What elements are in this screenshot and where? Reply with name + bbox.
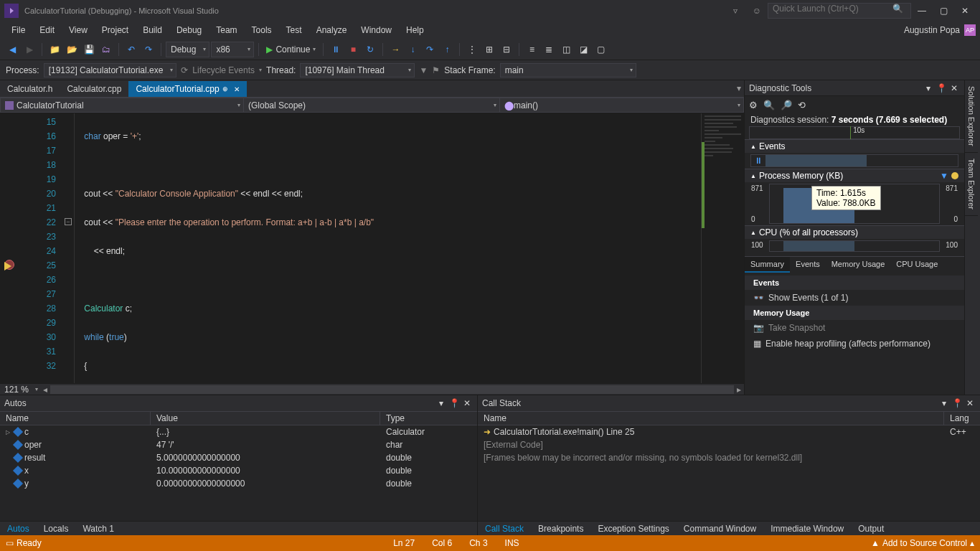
zoom-dropdown-icon[interactable]: ▾ — [33, 386, 40, 392]
step-out-button[interactable]: ↑ — [439, 42, 455, 57]
bottom-tab[interactable]: Exception Settings — [590, 522, 676, 537]
indent-btn[interactable]: ≡ — [524, 42, 540, 57]
uncomment-btn[interactable]: ◪ — [575, 42, 591, 57]
menu-view[interactable]: View — [62, 22, 95, 39]
horizontal-scrollbar[interactable] — [50, 385, 734, 394]
nav-fwd-button[interactable]: ▶ — [22, 42, 37, 57]
tab-overflow-icon[interactable]: ▾ — [737, 83, 741, 93]
autos-pin-icon[interactable]: 📍 — [448, 397, 460, 409]
redo-button[interactable]: ↷ — [141, 42, 156, 57]
diag-close-icon[interactable]: ✕ — [948, 83, 960, 94]
outdent-btn[interactable]: ≣ — [541, 42, 557, 57]
scroll-right-icon[interactable]: ▸ — [734, 385, 744, 395]
stop-button[interactable]: ■ — [345, 42, 361, 57]
diag-tab[interactable]: Summary — [745, 257, 790, 273]
autos-row[interactable]: result5.0000000000000000double — [0, 451, 477, 464]
autos-dropdown-icon[interactable]: ▾ — [435, 397, 447, 409]
callstack-pin-icon[interactable]: 📍 — [951, 397, 963, 409]
thread-dropdown[interactable]: [10976] Main Thread — [300, 63, 415, 77]
callstack-col-lang[interactable]: Lang — [944, 412, 980, 425]
misc-btn-3[interactable]: ⊟ — [499, 42, 514, 57]
close-button[interactable]: ✕ — [954, 0, 976, 22]
quick-launch[interactable]: 🔍 — [768, 3, 911, 19]
menu-project[interactable]: Project — [95, 22, 136, 39]
platform-dropdown[interactable]: x86 — [211, 42, 254, 57]
file-tab[interactable]: Calculator.h — [0, 81, 60, 97]
diag-tab[interactable]: Events — [790, 257, 826, 273]
user-account[interactable]: Augustin Popa AP — [904, 24, 976, 36]
menu-window[interactable]: Window — [354, 22, 399, 39]
save-all-button[interactable]: 🗂 — [98, 42, 114, 57]
diag-heap[interactable]: ▦Enable heap profiling (affects performa… — [745, 336, 964, 352]
diag-snapshot[interactable]: 📷Take Snapshot — [745, 320, 964, 336]
continue-button[interactable]: ▶Continue▾ — [263, 44, 319, 55]
zoom-level[interactable]: 121 % — [0, 385, 33, 395]
lifecycle-label[interactable]: Lifecycle Events — [192, 65, 255, 75]
menu-help[interactable]: Help — [399, 22, 431, 39]
misc-btn-1[interactable]: ⋮ — [464, 42, 480, 57]
maximize-button[interactable]: ▢ — [933, 0, 954, 22]
callstack-dropdown-icon[interactable]: ▾ — [938, 397, 950, 409]
diag-settings-icon[interactable]: ⚙ — [749, 100, 758, 110]
comment-btn[interactable]: ◫ — [558, 42, 574, 57]
open-button[interactable]: 📂 — [64, 42, 80, 57]
menu-tools[interactable]: Tools — [245, 22, 279, 39]
minimize-button[interactable]: — — [911, 0, 933, 22]
bottom-tab[interactable]: Command Window — [677, 522, 763, 537]
quick-launch-input[interactable] — [773, 4, 887, 14]
file-tab[interactable]: Calculator.cpp — [60, 81, 128, 97]
bottom-tab[interactable]: Watch 1 — [75, 522, 121, 537]
nav-scope-2[interactable]: (Global Scope) — [244, 98, 500, 113]
callstack-row[interactable]: [Frames below may be incorrect and/or mi… — [478, 451, 980, 464]
diag-timeline[interactable]: 10s — [749, 126, 960, 139]
diag-dropdown-icon[interactable]: ▾ — [923, 83, 934, 94]
notification-icon[interactable]: ▿ — [725, 0, 746, 22]
bottom-tab[interactable]: Breakpoints — [531, 522, 590, 537]
menu-file[interactable]: File — [4, 22, 32, 39]
bookmark-btn[interactable]: ▢ — [593, 42, 608, 57]
stackframe-dropdown[interactable]: main — [500, 63, 636, 77]
show-next-button[interactable]: → — [387, 42, 403, 57]
feedback-icon[interactable]: ☺ — [746, 0, 768, 22]
side-tab[interactable]: Team Explorer — [965, 153, 978, 216]
config-dropdown[interactable]: Debug — [166, 42, 209, 57]
diag-tab[interactable]: Memory Usage — [826, 257, 891, 273]
misc-btn-2[interactable]: ⊞ — [481, 42, 497, 57]
source-control[interactable]: ▲Add to Source Control▴ — [871, 538, 974, 548]
diag-pin-icon[interactable]: 📍 — [936, 83, 947, 94]
menu-build[interactable]: Build — [136, 22, 169, 39]
diag-show-events[interactable]: 👓Show Events (1 of 1) — [745, 290, 964, 306]
menu-analyze[interactable]: Analyze — [309, 22, 354, 39]
diag-cpu-header[interactable]: ▲CPU (% of all processors) — [745, 226, 964, 239]
save-button[interactable]: 💾 — [81, 42, 97, 57]
nav-back-button[interactable]: ◀ — [4, 42, 20, 57]
diag-events-header[interactable]: ▲Events — [745, 140, 964, 153]
callstack-close-icon[interactable]: ✕ — [964, 397, 976, 409]
bottom-tab[interactable]: Output — [851, 522, 891, 537]
diag-memory-header[interactable]: ▲Process Memory (KB) ▼ — [745, 169, 964, 182]
nav-scope-3[interactable]: ⬤ main() — [500, 98, 744, 113]
callstack-row[interactable]: [External Code] — [478, 438, 980, 451]
step-over-button[interactable]: ↷ — [422, 42, 438, 57]
side-tab[interactable]: Solution Explorer — [965, 80, 978, 153]
autos-close-icon[interactable]: ✕ — [461, 397, 473, 409]
new-project-button[interactable]: 📁 — [47, 42, 62, 57]
diag-reset-icon[interactable]: ⟲ — [798, 100, 806, 110]
minimap[interactable] — [701, 113, 744, 383]
process-dropdown[interactable]: [19132] CalculatorTutorial.exe — [44, 63, 177, 77]
autos-col-name[interactable]: Name — [0, 412, 151, 425]
file-tab[interactable]: CalculatorTutorial.cpp⊕✕ — [128, 81, 246, 97]
filter-icon[interactable]: ▼ — [419, 65, 428, 75]
bottom-tab[interactable]: Locals — [37, 522, 76, 537]
execution-pointer-icon[interactable] — [4, 262, 11, 270]
bottom-tab[interactable]: Immediate Window — [763, 522, 851, 537]
diag-zoomin-icon[interactable]: 🔍 — [763, 100, 775, 110]
flag-icon[interactable]: ⚑ — [432, 65, 440, 75]
autos-row[interactable]: y0.00000000000000000double — [0, 477, 477, 490]
scroll-left-icon[interactable]: ◂ — [40, 385, 50, 395]
autos-col-value[interactable]: Value — [151, 412, 380, 425]
menu-test[interactable]: Test — [279, 22, 309, 39]
bottom-tab[interactable]: Autos — [0, 522, 37, 537]
restart-button[interactable]: ↻ — [362, 42, 378, 57]
code-editor[interactable]: char oper = '+'; cout << "Calculator Con… — [75, 113, 701, 383]
